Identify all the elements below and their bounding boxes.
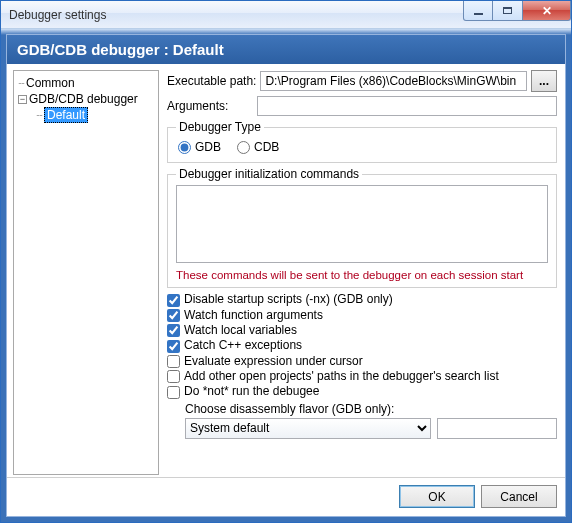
titlebar[interactable]: Debugger settings ✕ — [1, 1, 571, 29]
chk-eval-cursor[interactable]: Evaluate expression under cursor — [167, 354, 557, 368]
dialog-footer: OK Cancel — [7, 477, 565, 515]
exec-path-row: Executable path: ... — [167, 70, 557, 92]
close-icon: ✕ — [542, 4, 552, 18]
arguments-label: Arguments: — [167, 99, 253, 113]
chk-add-paths[interactable]: Add other open projects' paths in the de… — [167, 369, 557, 383]
window: Debugger settings ✕ GDB/CDB debugger : D… — [0, 0, 572, 523]
init-commands-legend: Debugger initialization commands — [176, 167, 362, 181]
radio-cdb-input[interactable] — [237, 141, 250, 154]
settings-form: Executable path: ... Arguments: Debugger… — [163, 64, 565, 477]
tree-item-gdbcdb[interactable]: − GDB/CDB debugger — [16, 91, 156, 107]
settings-tree[interactable]: ···· Common − GDB/CDB debugger ···· Defa… — [13, 70, 159, 475]
disasm-row: Choose disassembly flavor (GDB only): Sy… — [185, 402, 557, 439]
init-commands-group: Debugger initialization commands These c… — [167, 167, 557, 288]
chk-disable-startup[interactable]: Disable startup scripts (-nx) (GDB only) — [167, 292, 557, 306]
debugger-type-radios: GDB CDB — [176, 138, 548, 156]
maximize-button[interactable] — [493, 1, 523, 21]
radio-cdb[interactable]: CDB — [237, 140, 279, 154]
chk-watch-args[interactable]: Watch function arguments — [167, 308, 557, 322]
tree-label: GDB/CDB debugger — [29, 92, 138, 106]
tree-label-selected: Default — [44, 107, 88, 123]
tree-collapse-icon[interactable]: − — [18, 95, 27, 104]
debugger-type-legend: Debugger Type — [176, 120, 264, 134]
options-checklist: Disable startup scripts (-nx) (GDB only)… — [167, 292, 557, 438]
arguments-input[interactable] — [257, 96, 557, 116]
minimize-button[interactable] — [463, 1, 493, 21]
disasm-select[interactable]: System default — [185, 418, 431, 439]
tree-dots-icon: ···· — [36, 110, 42, 120]
section-title: GDB/CDB debugger : Default — [7, 35, 565, 64]
exec-path-input[interactable] — [260, 71, 527, 91]
ok-button[interactable]: OK — [399, 485, 475, 508]
tree-label: Common — [26, 76, 75, 90]
exec-path-label: Executable path: — [167, 74, 256, 88]
maximize-icon — [503, 7, 512, 14]
tree-item-default[interactable]: ···· Default — [16, 107, 156, 123]
radio-gdb[interactable]: GDB — [178, 140, 221, 154]
tree-item-common[interactable]: ···· Common — [16, 75, 156, 91]
init-commands-textarea[interactable] — [176, 185, 548, 263]
disasm-extra-input[interactable] — [437, 418, 557, 439]
init-commands-warning: These commands will be sent to the debug… — [176, 269, 548, 281]
chk-watch-locals[interactable]: Watch local variables — [167, 323, 557, 337]
chk-no-run[interactable]: Do *not* run the debugee — [167, 384, 557, 398]
content: ···· Common − GDB/CDB debugger ···· Defa… — [7, 64, 565, 477]
window-controls: ✕ — [463, 1, 571, 21]
arguments-row: Arguments: — [167, 96, 557, 116]
body-frame: GDB/CDB debugger : Default ···· Common −… — [1, 29, 571, 522]
close-button[interactable]: ✕ — [523, 1, 571, 21]
radio-gdb-input[interactable] — [178, 141, 191, 154]
minimize-icon — [474, 13, 483, 15]
window-title: Debugger settings — [9, 8, 106, 22]
body-inner: GDB/CDB debugger : Default ···· Common −… — [6, 34, 566, 517]
cancel-button[interactable]: Cancel — [481, 485, 557, 508]
debugger-type-group: Debugger Type GDB CDB — [167, 120, 557, 163]
disasm-label: Choose disassembly flavor (GDB only): — [185, 402, 557, 416]
chk-catch-cpp[interactable]: Catch C++ exceptions — [167, 338, 557, 352]
browse-button[interactable]: ... — [531, 70, 557, 92]
tree-dots-icon: ···· — [18, 78, 24, 88]
